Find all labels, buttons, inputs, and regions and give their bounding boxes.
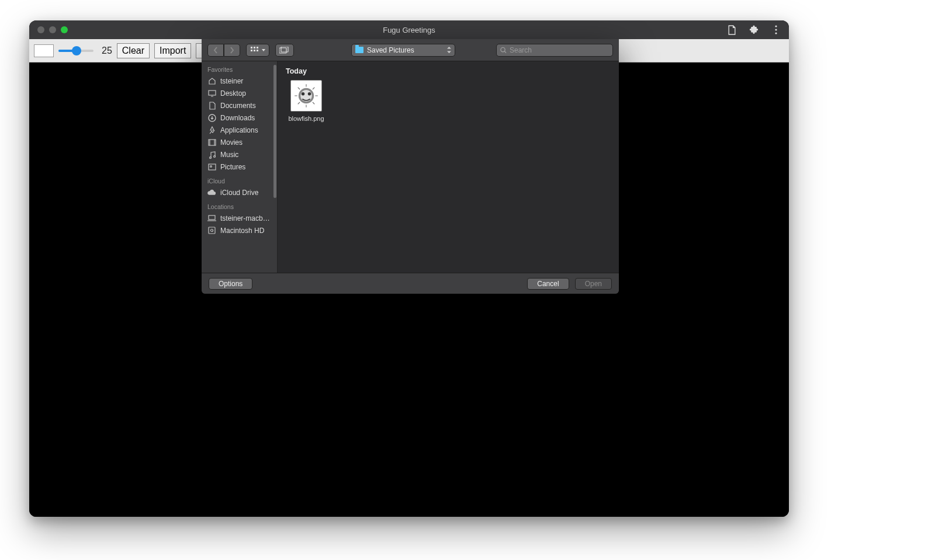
music-icon	[207, 150, 216, 159]
search-box[interactable]	[496, 44, 613, 57]
svg-rect-20	[209, 227, 215, 234]
sidebar-item-label: iCloud Drive	[220, 189, 258, 197]
dialog-sidebar: FavoriteststeinerDesktopDocumentsDownloa…	[202, 61, 278, 273]
svg-point-18	[210, 165, 212, 167]
svg-point-1	[775, 29, 777, 30]
sidebar-item-label: Macintosh HD	[220, 227, 264, 235]
location-popup[interactable]: Saved Pictures	[351, 44, 455, 57]
group-header: Today	[286, 67, 611, 75]
svg-point-21	[211, 229, 213, 232]
sidebar-section-title: Favorites	[202, 61, 277, 75]
location-label: Saved Pictures	[367, 46, 414, 54]
sidebar-item-label: tsteiner-macb…	[220, 214, 270, 222]
sidebar-section-title: Locations	[202, 199, 277, 212]
sidebar-item-label: Applications	[220, 126, 258, 134]
home-icon	[207, 76, 216, 85]
sidebar-item[interactable]: tsteiner-macb…	[202, 212, 277, 224]
window-title: Fugu Greetings	[29, 26, 789, 34]
svg-point-24	[302, 92, 305, 96]
sidebar-item[interactable]: iCloud Drive	[202, 186, 277, 199]
svg-rect-8	[257, 50, 258, 51]
folder-icon	[355, 47, 363, 53]
svg-rect-7	[254, 50, 255, 51]
disk-icon	[207, 226, 216, 235]
brush-size-value: 25	[102, 46, 112, 56]
chevron-updown-icon	[447, 47, 451, 53]
file-item[interactable]: blowfish.png	[286, 80, 327, 122]
sidebar-item[interactable]: Applications	[202, 124, 277, 136]
import-button[interactable]: Import	[154, 43, 191, 58]
sidebar-item-label: Downloads	[220, 114, 255, 122]
svg-point-0	[775, 25, 777, 27]
traffic-lights	[37, 26, 68, 33]
cloud-icon	[207, 188, 216, 197]
sidebar-item[interactable]: Pictures	[202, 161, 277, 173]
sidebar-item[interactable]: Desktop	[202, 87, 277, 99]
movie-icon	[207, 138, 216, 147]
dialog-toolbar: Saved Pictures	[202, 39, 619, 61]
svg-rect-12	[209, 91, 216, 95]
svg-rect-10	[281, 47, 288, 52]
doc-icon	[207, 101, 216, 110]
close-dot[interactable]	[37, 26, 44, 33]
sidebar-item-label: Movies	[220, 138, 243, 147]
more-icon[interactable]	[771, 25, 781, 34]
minimize-dot[interactable]	[49, 26, 56, 33]
extension-icon[interactable]	[749, 25, 759, 34]
sidebar-item[interactable]: Documents	[202, 99, 277, 112]
search-icon	[500, 47, 507, 54]
svg-point-23	[300, 90, 312, 102]
clear-button[interactable]: Clear	[117, 43, 150, 58]
svg-rect-17	[209, 164, 216, 170]
file-thumbnail	[290, 80, 322, 112]
picture-icon	[207, 162, 216, 171]
sidebar-item[interactable]: tsteiner	[202, 75, 277, 87]
sidebar-scrollbar[interactable]	[273, 65, 276, 269]
sidebar-item-label: Pictures	[220, 163, 245, 171]
sidebar-item-label: Documents	[220, 102, 256, 110]
svg-rect-4	[254, 47, 255, 48]
svg-point-2	[775, 32, 777, 34]
file-open-dialog: Saved Pictures FavoriteststeinerDesktopD…	[202, 39, 619, 294]
sidebar-item[interactable]: Macintosh HD	[202, 224, 277, 236]
desktop-icon	[207, 89, 216, 98]
laptop-icon	[207, 214, 216, 222]
titlebar: Fugu Greetings	[29, 20, 789, 39]
dialog-footer: Options Cancel Open	[202, 273, 619, 294]
download-icon	[207, 113, 216, 122]
svg-rect-3	[251, 47, 252, 48]
zoom-dot[interactable]	[61, 26, 68, 33]
svg-rect-9	[279, 48, 286, 53]
group-button[interactable]	[275, 44, 294, 57]
file-name: blowfish.png	[286, 115, 327, 122]
sidebar-section-title: iCloud	[202, 173, 277, 186]
options-button[interactable]: Options	[209, 278, 252, 290]
sidebar-item-label: tsteiner	[220, 77, 243, 85]
back-button[interactable]	[207, 44, 224, 57]
sidebar-item[interactable]: Downloads	[202, 112, 277, 124]
sidebar-item-label: Music	[220, 151, 238, 159]
app-window: Fugu Greetings 25 Clear Import Export	[29, 20, 789, 517]
svg-line-33	[298, 88, 300, 89]
search-input[interactable]	[510, 46, 609, 54]
svg-line-27	[313, 88, 314, 89]
color-swatch[interactable]	[34, 44, 54, 57]
apps-icon	[207, 126, 216, 134]
svg-line-31	[298, 102, 300, 104]
sidebar-item[interactable]: Movies	[202, 136, 277, 148]
svg-rect-6	[251, 50, 252, 51]
cancel-button[interactable]: Cancel	[527, 278, 569, 290]
view-mode-button[interactable]	[246, 44, 269, 57]
svg-line-29	[313, 102, 314, 104]
nav-buttons	[207, 44, 240, 57]
svg-rect-5	[257, 47, 258, 48]
brush-size-slider[interactable]	[58, 50, 94, 52]
sidebar-item-label: Desktop	[220, 89, 246, 98]
svg-point-25	[308, 92, 311, 96]
dialog-content: Today blowfish.png	[278, 61, 619, 273]
forward-button[interactable]	[224, 44, 240, 57]
open-button[interactable]: Open	[575, 278, 612, 290]
svg-point-11	[501, 47, 505, 51]
page-icon[interactable]	[727, 25, 736, 34]
sidebar-item[interactable]: Music	[202, 148, 277, 161]
